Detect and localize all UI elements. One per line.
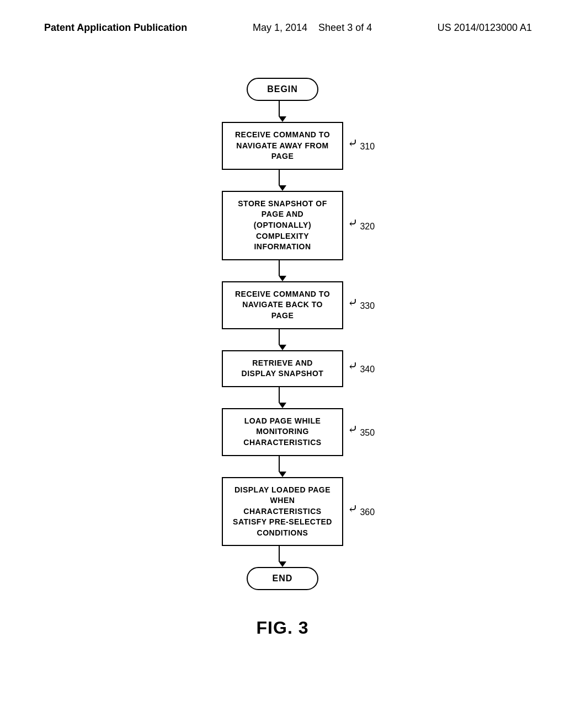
arrow-connector-6 xyxy=(279,546,286,567)
step-360-label: ⤶ 360 xyxy=(348,504,375,518)
header-center: May 1, 2014 Sheet 3 of 4 xyxy=(253,22,372,34)
step-310-label: ⤶ 310 xyxy=(348,138,375,153)
end-node: END xyxy=(247,567,318,590)
step-350-wrapper: LOAD PAGE WHILE MONITORING CHARACTERISTI… xyxy=(222,408,343,456)
step-330-wrapper: RECEIVE COMMAND TO NAVIGATE BACK TO PAGE… xyxy=(222,281,343,329)
begin-node: BEGIN xyxy=(247,78,318,101)
step-340-label: ⤶ 340 xyxy=(348,361,375,376)
page-header: Patent Application Publication May 1, 20… xyxy=(0,0,565,34)
flowchart: BEGIN RECEIVE COMMAND TO NAVIGATE AWAY F… xyxy=(0,78,565,590)
arrow-connector-1 xyxy=(279,170,286,191)
step-360-wrapper: DISPLAY LOADED PAGE WHEN CHARACTERISTICS… xyxy=(222,477,343,547)
step-330-box: RECEIVE COMMAND TO NAVIGATE BACK TO PAGE xyxy=(222,281,343,329)
arrow-connector-4 xyxy=(279,387,286,408)
step-340-wrapper: RETRIEVE AND DISPLAY SNAPSHOT ⤶ 340 xyxy=(222,350,343,387)
step-340-box: RETRIEVE AND DISPLAY SNAPSHOT xyxy=(222,350,343,387)
publication-date: May 1, 2014 xyxy=(253,22,307,33)
step-350-label: ⤶ 350 xyxy=(348,425,375,439)
step-320-box: STORE SNAPSHOT OF PAGE AND (OPTIONALLY) … xyxy=(222,191,343,260)
arrow-connector-2 xyxy=(279,260,286,281)
arrow-connector-5 xyxy=(279,456,286,477)
sheet-info: Sheet 3 of 4 xyxy=(318,22,372,33)
step-320-wrapper: STORE SNAPSHOT OF PAGE AND (OPTIONALLY) … xyxy=(222,191,343,260)
step-330-label: ⤶ 330 xyxy=(348,298,375,312)
step-320-label: ⤶ 320 xyxy=(348,218,375,233)
step-360-box: DISPLAY LOADED PAGE WHEN CHARACTERISTICS… xyxy=(222,477,343,547)
step-350-box: LOAD PAGE WHILE MONITORING CHARACTERISTI… xyxy=(222,408,343,456)
publication-title: Patent Application Publication xyxy=(44,22,187,34)
arrow-connector-3 xyxy=(279,329,286,350)
step-310-box: RECEIVE COMMAND TO NAVIGATE AWAY FROM PA… xyxy=(222,122,343,170)
arrow-connector-0 xyxy=(279,101,286,122)
step-310-wrapper: RECEIVE COMMAND TO NAVIGATE AWAY FROM PA… xyxy=(222,122,343,170)
figure-label: FIG. 3 xyxy=(0,618,565,638)
patent-number: US 2014/0123000 A1 xyxy=(438,22,532,34)
